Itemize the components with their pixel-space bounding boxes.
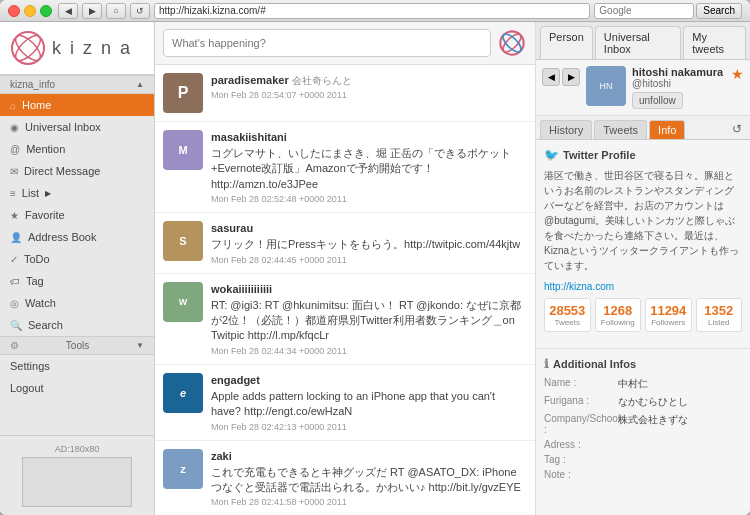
stat-followers-label: Followers <box>649 318 688 327</box>
twitter-profile-title: 🐦 Twitter Profile <box>544 148 742 162</box>
sidebar-item-favorite[interactable]: ★ Favorite <box>0 204 154 226</box>
tweet-time: Mon Feb 28 02:44:45 +0000 2011 <box>211 255 527 265</box>
profile-handle: @hitoshi <box>632 78 725 89</box>
tweet-body: paradisemaker 会社奇らんと Mon Feb 28 02:54:07… <box>211 73 527 100</box>
tab-person[interactable]: Person <box>540 26 593 59</box>
tab-history[interactable]: History <box>540 120 592 139</box>
sidebar-item-home[interactable]: ⌂ Home <box>0 94 154 116</box>
avatar[interactable]: e <box>163 373 203 413</box>
profile-next-button[interactable]: ▶ <box>562 68 580 86</box>
sidebar-item-search[interactable]: 🔍 Search <box>0 314 154 336</box>
sidebar-item-settings[interactable]: Settings <box>0 355 154 377</box>
maximize-button[interactable] <box>40 5 52 17</box>
refresh-icon[interactable]: ↺ <box>728 120 746 139</box>
avatar[interactable]: W <box>163 282 203 322</box>
avatar[interactable]: z <box>163 449 203 489</box>
info-label-furigana: Furigana : <box>544 395 614 409</box>
sidebar-tools-section: ⚙ Tools ▼ <box>0 336 154 355</box>
back-button[interactable]: ◀ <box>58 3 78 19</box>
tweet-item: S sasurau フリック！用にPressキットをもらう。http://twi… <box>155 213 535 273</box>
sidebar-item-address-book[interactable]: 👤 Address Book <box>0 226 154 248</box>
sidebar-item-tag[interactable]: 🏷 Tag <box>0 270 154 292</box>
logo-text: k i z n a <box>52 38 132 59</box>
close-button[interactable] <box>8 5 20 17</box>
additional-info-title: ℹ Additional Infos <box>544 357 742 371</box>
app-area: k i z n a kizna_info ▲ ⌂ Home ◉ Universa… <box>0 22 750 515</box>
profile-prev-button[interactable]: ◀ <box>542 68 560 86</box>
user-profile-mini: ◀ ▶ HN hitoshi nakamura @hitoshi unfollo… <box>536 60 750 116</box>
right-panel-content: ◀ ▶ HN hitoshi nakamura @hitoshi unfollo… <box>536 60 750 515</box>
minimize-button[interactable] <box>24 5 36 17</box>
profile-nav-area: ◀ ▶ <box>542 66 580 86</box>
sidebar-item-watch[interactable]: ◎ Watch <box>0 292 154 314</box>
stat-followers-num: 11294 <box>649 303 688 318</box>
kizna-mini-logo <box>497 28 527 58</box>
sidebar-item-universal-inbox[interactable]: ◉ Universal Inbox <box>0 116 154 138</box>
stat-listed: 1352 Listed <box>696 298 743 332</box>
tweet-body: engadget Apple adds pattern locking to a… <box>211 373 527 432</box>
twitter-profile-section: 🐦 Twitter Profile 港区で働き、世田谷区で寝る日々。豚組というお… <box>536 140 750 348</box>
avatar[interactable]: M <box>163 130 203 170</box>
title-bar: ◀ ▶ ⌂ ↺ http://hizaki.kizna.com/# Search <box>0 0 750 22</box>
stat-following: 1268 Following <box>595 298 642 332</box>
sidebar-item-todo[interactable]: ✓ ToDo <box>0 248 154 270</box>
tweet-time: Mon Feb 28 02:42:13 +0000 2011 <box>211 422 527 432</box>
sidebar-item-mention[interactable]: @ Mention <box>0 138 154 160</box>
tweet-input[interactable] <box>163 29 491 57</box>
stats-row: 28553 Tweets 1268 Following 11294 Follow… <box>544 298 742 332</box>
tweet-username[interactable]: paradisemaker <box>211 74 289 86</box>
traffic-lights <box>8 5 52 17</box>
right-panel: Person Universal Inbox My tweets ◀ ▶ HN … <box>535 22 750 515</box>
info-value-furigana: なかむらひとし <box>618 395 688 409</box>
stat-following-num: 1268 <box>599 303 638 318</box>
tweet-username[interactable]: zaki <box>211 450 232 462</box>
user-info: hitoshi nakamura @hitoshi unfollow <box>632 66 725 109</box>
google-search-input[interactable] <box>594 3 694 19</box>
tweet-body: masakiishitani コグレマサト、いしたにまさき、堀 正岳の「できるポ… <box>211 130 527 204</box>
avatar[interactable]: S <box>163 221 203 261</box>
list-expand-icon: ▶ <box>45 189 51 198</box>
profile-avatar[interactable]: HN <box>586 66 626 106</box>
info-row-name: Name : 中村仁 <box>544 377 742 391</box>
tweet-item: e engadget Apple adds pattern locking to… <box>155 365 535 441</box>
address-bar[interactable]: http://hizaki.kizna.com/# <box>154 3 590 19</box>
list-icon: ≡ <box>10 188 16 199</box>
sidebar-item-logout[interactable]: Logout <box>0 377 154 399</box>
tools-expand-icon[interactable]: ▼ <box>136 341 144 350</box>
info-row-furigana: Furigana : なかむらひとし <box>544 395 742 409</box>
mention-icon: @ <box>10 144 20 155</box>
tweet-time: Mon Feb 28 02:54:07 +0000 2011 <box>211 90 527 100</box>
home-button[interactable]: ⌂ <box>106 3 126 19</box>
stat-tweets: 28553 Tweets <box>544 298 591 332</box>
tab-my-tweets[interactable]: My tweets <box>683 26 746 59</box>
tweet-time: Mon Feb 28 02:44:34 +0000 2011 <box>211 346 527 356</box>
info-label-tag: Tag : <box>544 454 614 465</box>
tab-universal-inbox[interactable]: Universal Inbox <box>595 26 681 59</box>
tweets-list: P paradisemaker 会社奇らんと Mon Feb 28 02:54:… <box>155 65 535 515</box>
collapse-icon[interactable]: ▲ <box>136 80 144 89</box>
tweet-username[interactable]: wokaiiiiiiiiiii <box>211 283 272 295</box>
favorite-icon: ★ <box>10 210 19 221</box>
refresh-button[interactable]: ↺ <box>130 3 150 19</box>
tweet-text: コグレマサト、いしたにまさき、堀 正岳の「できるポケット+Evernote改訂版… <box>211 146 527 192</box>
info-label-note: Note : <box>544 469 614 480</box>
website-link[interactable]: http://kizna.com <box>544 281 742 292</box>
tweet-username[interactable]: engadget <box>211 374 260 386</box>
tab-tweets[interactable]: Tweets <box>594 120 647 139</box>
info-row-note: Note : <box>544 469 742 480</box>
sidebar-item-list[interactable]: ≡ List ▶ <box>0 182 154 204</box>
star-icon[interactable]: ★ <box>731 66 744 82</box>
search-button[interactable]: Search <box>696 3 742 19</box>
info-row-tag: Tag : <box>544 454 742 465</box>
tweet-text: フリック！用にPressキットをもらう。http://twitpic.com/4… <box>211 237 527 252</box>
tweet-username[interactable]: masakiishitani <box>211 131 287 143</box>
sidebar-account-section: kizna_info ▲ <box>0 75 154 94</box>
tweet-username[interactable]: sasurau <box>211 222 253 234</box>
info-label-company: Company/School : <box>544 413 614 435</box>
forward-button[interactable]: ▶ <box>82 3 102 19</box>
avatar[interactable]: P <box>163 73 203 113</box>
sidebar-item-direct-message[interactable]: ✉ Direct Message <box>0 160 154 182</box>
unfollow-button[interactable]: unfollow <box>632 92 683 109</box>
tab-info[interactable]: Info <box>649 120 685 139</box>
ad-banner <box>22 457 132 507</box>
